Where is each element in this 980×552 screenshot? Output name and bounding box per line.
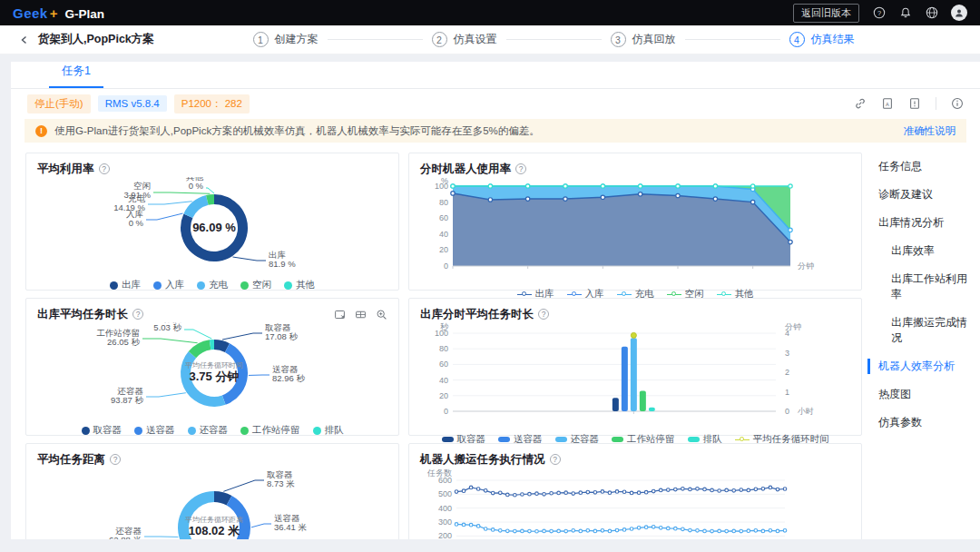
help-question-icon[interactable]: ? xyxy=(132,309,143,320)
export-image-icon[interactable] xyxy=(334,309,346,320)
plan-title: 货架到人,PopPick方案 xyxy=(38,32,154,47)
warning-icon: ! xyxy=(35,125,47,137)
legend-item-出库[interactable]: 出库 xyxy=(110,279,141,291)
zoom-in-icon[interactable] xyxy=(376,309,387,320)
svg-text:93.87 秒: 93.87 秒 xyxy=(111,395,143,405)
accuracy-note-link[interactable]: 准确性说明 xyxy=(904,124,956,138)
back-chevron-icon[interactable] xyxy=(20,35,29,44)
anchor-item[interactable]: 任务信息 xyxy=(867,153,975,181)
svg-text:20: 20 xyxy=(439,391,448,400)
chart-title: 机器人搬运任务执行情况 xyxy=(420,452,545,468)
svg-text:60: 60 xyxy=(439,213,448,222)
return-old-version-button[interactable]: 返回旧版本 xyxy=(793,4,859,23)
svg-text:秒: 秒 xyxy=(440,322,449,331)
chart-title: 出库平均任务时长 xyxy=(37,307,128,322)
svg-text:小时: 小时 xyxy=(797,407,814,416)
tab-task-1[interactable]: 任务1 xyxy=(49,64,103,88)
step-2[interactable]: 2仿真设置 xyxy=(432,32,497,47)
svg-text:平均任务循环距离: 平均任务循环距离 xyxy=(185,516,243,524)
legend-item-送容器[interactable]: 送容器 xyxy=(134,424,175,437)
chart-title: 平均任务距离 xyxy=(37,452,105,468)
svg-text:0 %: 0 % xyxy=(189,181,204,191)
anchor-item[interactable]: 出库搬运完成情况 xyxy=(867,309,975,352)
anchor-item[interactable]: 出库工作站利用率 xyxy=(867,265,975,309)
svg-text:0: 0 xyxy=(785,407,789,416)
svg-text:任务数: 任务数 xyxy=(426,468,452,478)
step-3[interactable]: 3仿真回放 xyxy=(611,32,676,47)
help-question-icon[interactable]: ? xyxy=(538,309,549,320)
notifications-bell-icon[interactable] xyxy=(898,6,912,20)
area-chart-hourly-robot-usage: 020406080100%分钟 xyxy=(420,177,850,287)
anchor-item[interactable]: 仿真参数 xyxy=(867,409,975,437)
legend-item-取容器[interactable]: 取容器 xyxy=(82,424,122,437)
svg-text:80: 80 xyxy=(439,198,448,207)
help-question-icon[interactable]: ? xyxy=(110,454,121,465)
svg-text:200: 200 xyxy=(438,531,452,539)
svg-text:80: 80 xyxy=(439,344,448,353)
export-pdf-icon[interactable]: A xyxy=(881,97,894,110)
main-panel: 任务1 停止(手动) RMS v5.8.4 P1200： 282 A ! 使用G… xyxy=(11,62,980,539)
legend-item-其他[interactable]: 其他 xyxy=(284,279,315,291)
task-tabs: 任务1 xyxy=(11,62,980,89)
svg-text:5.03 秒: 5.03 秒 xyxy=(153,322,181,332)
chart-legend: 取容器送容器还容器工作站停留排队 xyxy=(37,424,387,437)
breadcrumb[interactable]: 货架到人,PopPick方案 xyxy=(0,32,236,47)
donut-chart-outbound-avg-task-duration: 平均任务循环时间3.75 分钟排队5.03 秒取容器17.08 秒工作站停留26… xyxy=(37,322,387,423)
divider xyxy=(936,97,936,110)
svg-text:60: 60 xyxy=(439,360,448,369)
svg-text:2: 2 xyxy=(785,368,789,377)
chart-card-outbound-hourly-avg-task-duration: 出库分时平均任务时长? 020406080100秒分钟43210小时 取容器送容… xyxy=(408,298,862,436)
help-question-icon[interactable]: ? xyxy=(515,163,526,174)
user-avatar[interactable] xyxy=(951,5,967,21)
donut-chart-avg-utilization: 96.09 %其他0 %空闲3.91 %充电14.19 %入库0 %出库81.9… xyxy=(37,177,387,278)
svg-text:81.9 %: 81.9 % xyxy=(269,259,296,269)
svg-text:20: 20 xyxy=(439,245,448,254)
donut-chart-avg-task-distance: 平均任务循环距离108.02 米取容器8.73 米送容器36.41 米还容器62… xyxy=(37,468,387,539)
anchor-item[interactable]: 热度图 xyxy=(867,380,975,409)
top-bar: Geek+ G-Plan 返回旧版本 ? xyxy=(0,0,980,25)
anchor-item[interactable]: 出库情况分析 xyxy=(867,209,975,237)
svg-text:500: 500 xyxy=(438,489,452,498)
step-4[interactable]: 4仿真结果 xyxy=(789,32,855,47)
brand-geek: Geek xyxy=(13,5,48,21)
legend-item-入库[interactable]: 入库 xyxy=(153,279,184,291)
help-question-icon[interactable]: ? xyxy=(99,163,110,174)
svg-text:0 %: 0 % xyxy=(129,218,144,228)
svg-text:平均任务循环时间: 平均任务循环时间 xyxy=(185,361,243,370)
status-badge-rms-version: RMS v5.8.4 xyxy=(98,95,167,112)
status-row: 停止(手动) RMS v5.8.4 P1200： 282 A xyxy=(11,89,980,118)
svg-text:96.09 %: 96.09 % xyxy=(192,221,236,234)
legend-item-还容器[interactable]: 还容器 xyxy=(188,424,229,437)
anchor-item[interactable]: 诊断及建议 xyxy=(867,181,975,209)
anchor-item[interactable]: 机器人效率分析 xyxy=(867,352,975,380)
svg-text:300: 300 xyxy=(438,518,452,527)
accuracy-warning-banner: ! 使用G-Plan进行货架到人,PopPick方案的机械效率仿真，机器人机械效… xyxy=(24,119,966,143)
steps-bar: 货架到人,PopPick方案 1创建方案2仿真设置3仿真回放4仿真结果 xyxy=(0,25,980,54)
language-globe-icon[interactable] xyxy=(925,6,938,20)
help-question-icon[interactable]: ? xyxy=(550,454,561,465)
svg-text:62.88 米: 62.88 米 xyxy=(109,535,142,539)
svg-text:26.05 秒: 26.05 秒 xyxy=(107,337,140,347)
legend-item-充电[interactable]: 充电 xyxy=(197,279,228,291)
svg-text:17.08 秒: 17.08 秒 xyxy=(265,331,298,341)
legend-item-工作站停留[interactable]: 工作站停留 xyxy=(240,424,300,437)
wizard-steps: 1创建方案2仿真设置3仿真回放4仿真结果 xyxy=(236,32,980,47)
info-icon[interactable] xyxy=(951,97,964,110)
data-table-icon[interactable] xyxy=(355,309,367,320)
help-icon[interactable]: ? xyxy=(872,6,886,20)
status-badge-robot-count: P1200： 282 xyxy=(174,94,250,113)
report-file-icon[interactable] xyxy=(908,97,921,110)
share-link-icon[interactable] xyxy=(854,97,867,110)
warning-text: 使用G-Plan进行货架到人,PopPick方案的机械效率仿真，机器人机械效率与… xyxy=(54,124,540,138)
svg-text:0: 0 xyxy=(444,261,448,271)
brand-plus-glyph: + xyxy=(50,5,58,21)
legend-item-空闲[interactable]: 空闲 xyxy=(240,279,271,291)
brand-logo: Geek+ G-Plan xyxy=(13,5,104,21)
chart-title: 平均利用率 xyxy=(37,162,94,177)
anchor-item[interactable]: 出库效率 xyxy=(867,237,975,265)
step-1[interactable]: 1创建方案 xyxy=(253,32,318,47)
legend-item-排队[interactable]: 排队 xyxy=(313,424,344,437)
svg-text:3.75 分钟: 3.75 分钟 xyxy=(190,370,240,383)
svg-text:40: 40 xyxy=(439,376,448,385)
svg-text:400: 400 xyxy=(438,504,452,513)
